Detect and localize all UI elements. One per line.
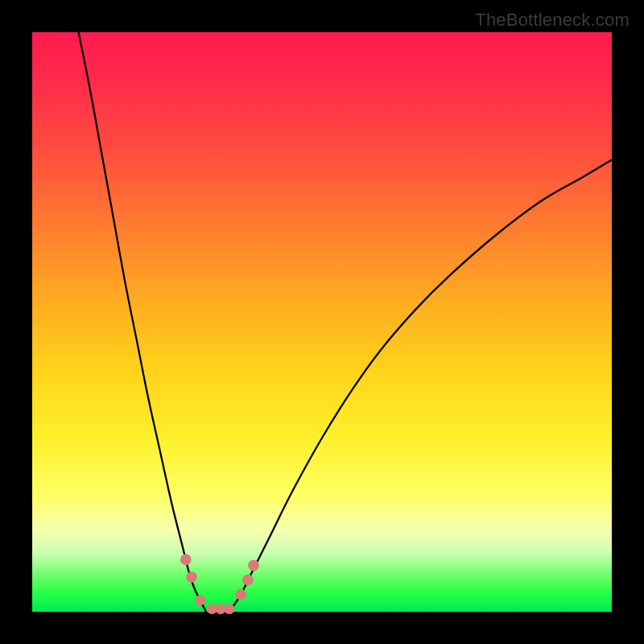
left-branch-path <box>79 32 206 612</box>
curve-layer <box>32 32 612 612</box>
right-branch-path <box>229 159 612 612</box>
marker-dot <box>242 575 254 586</box>
marker-dot <box>235 589 246 601</box>
marker-dot <box>180 554 192 565</box>
marker-dot <box>186 572 197 583</box>
chart-frame: TheBottleneck.com <box>0 0 644 644</box>
plot-area <box>32 32 612 612</box>
marker-dot <box>195 595 205 605</box>
watermark-text: TheBottleneck.com <box>475 10 630 31</box>
marker-dot <box>248 560 259 572</box>
marker-dot <box>224 604 234 614</box>
